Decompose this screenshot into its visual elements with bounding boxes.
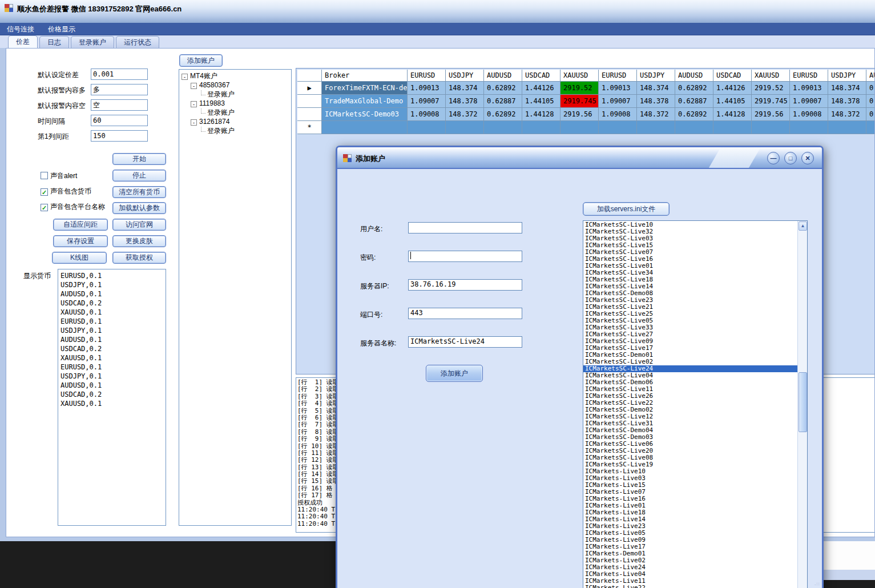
grid-row-1[interactable]: ▶ForexTimeFXTM-ECN-demo1.09013148.3740.6… (297, 82, 875, 95)
grid-broker-cell[interactable]: ICMarketsSC-Demo03 (322, 108, 408, 121)
settings-field-input[interactable] (91, 115, 148, 126)
grid-value-cell[interactable]: 1.09007 (790, 95, 828, 108)
grid-value-cell[interactable]: 1.09008 (790, 108, 828, 121)
checkbox-box-icon[interactable]: ✓ (41, 188, 48, 196)
save-settings-button[interactable]: 保存设置 (53, 235, 108, 247)
dialog-field-input-5[interactable]: ICMarketsSC-Live24 (408, 336, 522, 348)
grid-value-cell[interactable]: 1.09013 (408, 82, 446, 95)
menu-item-1[interactable]: 信号连接 (0, 23, 41, 35)
tree-expander-icon[interactable]: - (182, 74, 188, 80)
grid-new-value-cell[interactable] (561, 121, 599, 134)
tree-expander-icon[interactable]: - (191, 101, 197, 107)
dialog-field-input-4[interactable]: 443 (408, 308, 522, 319)
maximize-button[interactable]: □ (784, 152, 797, 164)
tab-登录账户[interactable]: 登录账户 (71, 36, 114, 48)
scrollbar[interactable]: ▲ ▼ (797, 221, 807, 588)
currency-list-item[interactable]: EURUSD,0.1 (61, 271, 166, 280)
checkbox-box-icon[interactable]: ✓ (41, 204, 48, 211)
grid-row-2[interactable]: TradeMaxGlobal-Demo1.09007148.3780.62887… (297, 95, 875, 108)
grid-value-cell[interactable]: 1.44105 (713, 95, 752, 108)
tree-account-48580367[interactable]: -48580367 (182, 80, 291, 90)
currency-list-item[interactable]: AUDUSD,0.1 (61, 335, 166, 344)
grid-column-header-EURUSD[interactable]: EURUSD (599, 70, 637, 82)
currency-list-item[interactable]: USDCAD,0.2 (61, 344, 166, 353)
dialog-add-account-button[interactable]: 添加账户 (426, 365, 483, 382)
tab-运行状态[interactable]: 运行状态 (116, 36, 159, 48)
currency-list-item[interactable]: AUDUSD,0.1 (61, 381, 166, 390)
close-button[interactable]: ✕ (801, 152, 814, 164)
grid-column-header-USDCAD[interactable]: USDCAD (713, 70, 752, 82)
settings-field-input[interactable] (91, 84, 148, 95)
scroll-up-icon[interactable]: ▲ (799, 221, 807, 231)
grid-value-cell[interactable]: 1.09008 (599, 108, 637, 121)
checkbox-声音包含货币[interactable]: ✓声音包含货币 (41, 187, 91, 195)
grid-value-cell[interactable]: 0.62892 (484, 82, 522, 95)
minimize-button[interactable]: — (767, 152, 780, 164)
grid-value-cell[interactable]: 0.62892 (484, 108, 522, 121)
grid-value-cell[interactable]: 0.62887 (866, 95, 875, 108)
grid-value-cell[interactable]: 2919.52 (752, 82, 790, 95)
grid-value-cell[interactable]: 148.372 (828, 108, 866, 121)
grid-column-header-USDJPY[interactable]: USDJPY (637, 70, 675, 82)
grid-column-header-AUDUSD[interactable]: AUDUSD (484, 70, 522, 82)
scrollbar-thumb[interactable] (799, 372, 807, 432)
grid-value-cell[interactable]: 0.62892 (675, 108, 713, 121)
grid-value-cell[interactable]: 148.378 (828, 95, 866, 108)
grid-value-cell[interactable]: 148.374 (446, 82, 484, 95)
currency-list-item[interactable]: XAUUSD,0.1 (61, 399, 166, 408)
grid-value-cell[interactable]: 1.09007 (599, 95, 637, 108)
currency-list-item[interactable]: XAUUSD,0.1 (61, 308, 166, 317)
currency-list-item[interactable]: USDCAD,0.2 (61, 299, 166, 308)
dialog-field-input-3[interactable]: 38.76.16.19 (408, 279, 522, 291)
server-list-item[interactable]: ICMarkets-Live22 (583, 585, 797, 588)
grid-value-cell[interactable]: 0.62892 (866, 108, 875, 121)
grid-value-cell[interactable]: 2919.745 (561, 95, 599, 108)
grid-value-cell[interactable]: 2919.56 (561, 108, 599, 121)
grid-value-cell[interactable]: 0.62892 (675, 82, 713, 95)
grid-new-broker-cell[interactable] (322, 121, 408, 134)
resize-grip[interactable]: .:: (814, 581, 820, 587)
add-account-button[interactable]: 添加账户 (179, 54, 223, 67)
dialog-field-input-2[interactable] (408, 251, 522, 262)
grid-value-cell[interactable]: 2919.56 (752, 108, 790, 121)
grid-broker-cell[interactable]: TradeMaxGlobal-Demo (322, 95, 408, 108)
grid-value-cell[interactable]: 1.09008 (408, 108, 446, 121)
grid-broker-cell[interactable]: ForexTimeFXTM-ECN-demo (322, 82, 408, 95)
tree-account-31261874[interactable]: -31261874 (182, 117, 291, 126)
currency-list-item[interactable]: EURUSD,0.1 (61, 363, 166, 372)
tree-expander-icon[interactable]: - (191, 83, 197, 89)
grid-value-cell[interactable]: 2919.745 (752, 95, 790, 108)
grid-value-cell[interactable]: 1.44126 (713, 82, 752, 95)
grid-value-cell[interactable]: 1.09013 (599, 82, 637, 95)
settings-field-input[interactable] (91, 99, 148, 111)
tab-日志[interactable]: 日志 (39, 36, 69, 48)
grid-column-header-XAUUSD[interactable]: XAUUSD (561, 70, 599, 82)
grid-column-header-XAUUSD[interactable]: XAUUSD (752, 70, 790, 82)
tree-login-node[interactable]: 登录账户 (182, 108, 291, 117)
grid-new-value-cell[interactable] (484, 121, 522, 134)
tree-login-node[interactable]: 登录账户 (182, 90, 291, 99)
grid-value-cell[interactable]: 1.44105 (522, 95, 561, 108)
currency-list-item[interactable]: EURUSD,0.1 (61, 317, 166, 326)
grid-value-cell[interactable]: 0.62887 (484, 95, 522, 108)
grid-row-header-cell[interactable] (297, 95, 322, 108)
grid-value-cell[interactable]: 2919.52 (561, 82, 599, 95)
currency-list-item[interactable]: USDJPY,0.1 (61, 372, 166, 381)
tree-root-mt4[interactable]: -MT4账户 (182, 71, 291, 80)
grid-new-value-cell[interactable] (637, 121, 675, 134)
grid-column-header-USDJPY[interactable]: USDJPY (446, 70, 484, 82)
grid-column-header-AUDUSD[interactable]: AUDUSD (675, 70, 713, 82)
grid-value-cell[interactable]: 1.44128 (522, 108, 561, 121)
load-defaults-button[interactable]: 加载默认参数 (112, 202, 166, 214)
grid-value-cell[interactable]: 1.09007 (408, 95, 446, 108)
grid-column-header-USDJPY[interactable]: USDJPY (828, 70, 866, 82)
grid-value-cell[interactable]: 148.374 (828, 82, 866, 95)
currency-list-item[interactable]: USDJPY,0.1 (61, 326, 166, 335)
grid-new-value-cell[interactable] (866, 121, 875, 134)
get-authorization-button[interactable]: 获取授权 (112, 252, 166, 264)
grid-value-cell[interactable]: 148.378 (446, 95, 484, 108)
grid-value-cell[interactable]: 148.372 (637, 108, 675, 121)
stop-button[interactable]: 停止 (112, 170, 166, 182)
grid-value-cell[interactable]: 0.62887 (675, 95, 713, 108)
grid-value-cell[interactable]: 148.372 (446, 108, 484, 121)
